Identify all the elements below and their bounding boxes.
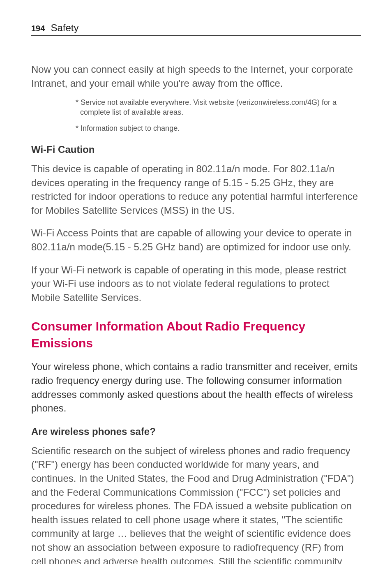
- wifi-paragraph-2: Wi-Fi Access Points that are capable of …: [31, 226, 361, 254]
- footnote-block: * Service not available everywhere. Visi…: [31, 97, 361, 133]
- wifi-caution-heading: Wi-Fi Caution: [31, 144, 361, 155]
- footnote-item: * Service not available everywhere. Visi…: [76, 97, 361, 118]
- wifi-paragraph-1: This device is capable of operating in 8…: [31, 162, 361, 217]
- wireless-safe-paragraph: Scientific research on the subject of wi…: [31, 444, 361, 564]
- section-label: Safety: [51, 22, 78, 34]
- consumer-info-heading: Consumer Information About Radio Frequen…: [31, 318, 361, 351]
- wifi-paragraph-3: If your Wi-Fi network is capable of oper…: [31, 263, 361, 305]
- intro-paragraph: Now you can connect easily at high speed…: [31, 62, 361, 90]
- page-number: 194: [31, 24, 45, 33]
- page-header: 194 Safety: [31, 22, 361, 36]
- wireless-safe-heading: Are wireless phones safe?: [31, 426, 361, 437]
- consumer-info-lead: Your wireless phone, which contains a ra…: [31, 360, 361, 415]
- footnote-item: * Information subject to change.: [76, 123, 361, 133]
